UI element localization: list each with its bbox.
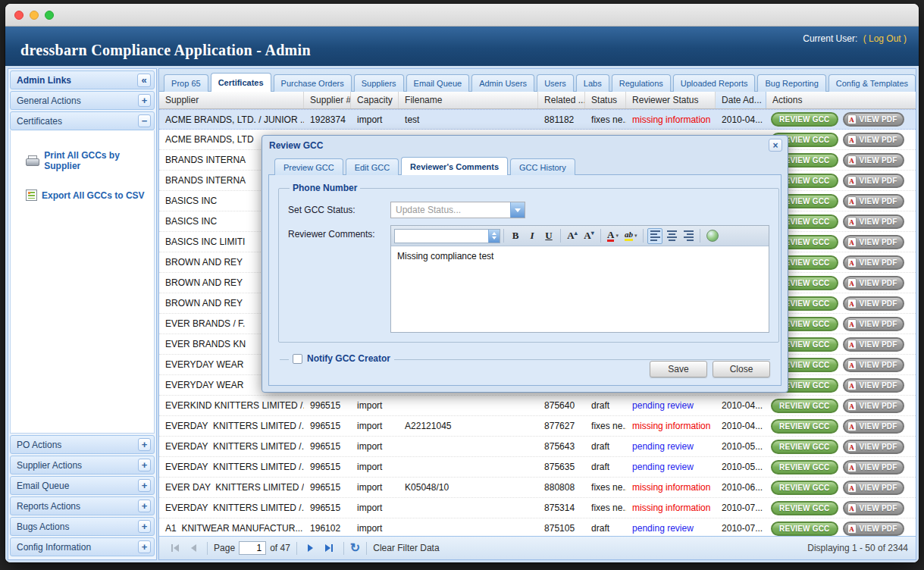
gcc-status-select[interactable]: Update Status... (390, 202, 525, 218)
underline-icon[interactable]: U (541, 228, 556, 244)
view-pdf-button[interactable]: VIEW PDF (843, 399, 905, 413)
sidebar-link-export-all-gccs-to-csv[interactable]: Export All GCCs to CSV (26, 189, 154, 201)
refresh-icon[interactable]: ↻ (350, 542, 360, 554)
tab-admin-users[interactable]: Admin Users (471, 74, 534, 92)
expand-panel-icon[interactable]: + (138, 459, 151, 471)
table-row[interactable]: EVERDAY KNITTERS LIMITED /...996515impor… (159, 498, 916, 518)
highlight-color-icon[interactable]: ab▾ (622, 228, 640, 244)
view-pdf-button[interactable]: VIEW PDF (843, 153, 905, 168)
next-page-button[interactable] (303, 540, 318, 556)
column-header-actions[interactable]: Actions (766, 92, 916, 108)
table-row[interactable]: EVERDAY KNITTERS LIMITED /...996515impor… (159, 437, 916, 457)
view-pdf-button[interactable]: VIEW PDF (843, 235, 905, 249)
tab-regulations[interactable]: Regulations (612, 74, 671, 92)
tab-labs[interactable]: Labs (576, 74, 609, 92)
column-header-filename[interactable]: Filename (399, 92, 538, 108)
font-color-icon[interactable]: A▾ (605, 228, 621, 244)
view-pdf-button[interactable]: VIEW PDF (843, 521, 905, 536)
view-pdf-button[interactable]: VIEW PDF (843, 358, 905, 372)
sidebar-panel-bugs-actions[interactable]: Bugs Actions+ (10, 517, 155, 536)
first-page-button[interactable] (167, 540, 182, 556)
sidebar-panel-config-information[interactable]: Config Information+ (10, 537, 155, 556)
table-row[interactable]: ACME BRANDS, LTD. / JUNIOR ...1928374imp… (159, 109, 916, 130)
sidebar-panel-supplier-actions[interactable]: Supplier Actions+ (10, 456, 155, 474)
italic-icon[interactable]: I (525, 228, 540, 244)
view-pdf-button[interactable]: VIEW PDF (843, 460, 905, 474)
table-row[interactable]: EVER DAY KNITTERS LIMITED /...996515impo… (159, 478, 916, 498)
review-gcc-button[interactable]: REVIEW GCC (771, 481, 838, 495)
review-gcc-button[interactable]: REVIEW GCC (771, 419, 838, 434)
shrink-font-icon[interactable]: A▾ (581, 228, 597, 244)
notify-gcc-creator-checkbox[interactable] (293, 354, 302, 364)
collapse-sidebar-icon[interactable]: « (137, 74, 151, 87)
bold-icon[interactable]: B (508, 228, 523, 244)
logout-link[interactable]: ( Log Out ) (863, 33, 907, 44)
sidebar-panel-email-queue[interactable]: Email Queue+ (10, 476, 155, 495)
table-row[interactable]: EVERDAY KNITTERS LIMITED /...996515impor… (159, 457, 916, 478)
modal-tab-reviewer-s-comments[interactable]: Reviewer's Comments (401, 157, 508, 175)
view-pdf-button[interactable]: VIEW PDF (843, 296, 905, 311)
view-pdf-button[interactable]: VIEW PDF (843, 194, 905, 208)
tab-prop-65[interactable]: Prop 65 (164, 74, 208, 92)
last-page-button[interactable] (322, 540, 337, 556)
zoom-window-button[interactable] (45, 11, 54, 20)
view-pdf-button[interactable]: VIEW PDF (843, 215, 905, 229)
review-gcc-button[interactable]: REVIEW GCC (771, 521, 838, 536)
view-pdf-button[interactable]: VIEW PDF (843, 133, 905, 147)
column-header-status[interactable]: Status (585, 92, 626, 108)
tab-uploaded-reports[interactable]: Uploaded Reports (673, 74, 756, 92)
sidebar-link-print-all-gccs-by-supplier[interactable]: Print All GCCs by Supplier (26, 150, 154, 171)
table-row[interactable]: A1 KNITWEAR MANUFACTUR...196102import875… (159, 518, 916, 536)
view-pdf-button[interactable]: VIEW PDF (843, 255, 905, 270)
view-pdf-button[interactable]: VIEW PDF (843, 481, 905, 495)
review-gcc-button[interactable]: REVIEW GCC (771, 501, 838, 515)
view-pdf-button[interactable]: VIEW PDF (843, 276, 905, 290)
table-row[interactable]: EVERKIND KNITTERS LIMITED /...996515impo… (159, 396, 916, 416)
tab-certificates[interactable]: Certificates (211, 73, 271, 92)
tab-suppliers[interactable]: Suppliers (354, 74, 404, 92)
font-family-select[interactable] (394, 229, 500, 243)
view-pdf-button[interactable]: VIEW PDF (843, 174, 905, 188)
reviewer-comments-textarea[interactable]: Missing compliance test (391, 246, 769, 332)
sidebar-panel-certificates[interactable]: Certificates− (10, 111, 155, 130)
table-row[interactable]: EVERDAY KNITTERS LIMITED /...996515impor… (159, 416, 916, 437)
tab-purchase-orders[interactable]: Purchase Orders (274, 74, 352, 92)
view-pdf-button[interactable]: VIEW PDF (843, 337, 905, 352)
review-gcc-button[interactable]: REVIEW GCC (771, 399, 838, 413)
view-pdf-button[interactable]: VIEW PDF (843, 112, 905, 127)
expand-panel-icon[interactable]: + (138, 438, 151, 451)
expand-panel-icon[interactable]: + (138, 500, 151, 512)
close-button[interactable]: Close (713, 361, 770, 377)
tab-users[interactable]: Users (537, 74, 574, 92)
minimize-window-button[interactable] (30, 11, 39, 20)
chevron-down-icon[interactable] (510, 202, 525, 218)
insert-link-icon[interactable] (704, 228, 721, 244)
page-number-input[interactable] (239, 541, 266, 555)
tab-email-queue[interactable]: Email Queue (406, 74, 470, 92)
sidebar-panel-po-actions[interactable]: PO Actions+ (10, 435, 155, 454)
view-pdf-button[interactable]: VIEW PDF (843, 378, 905, 393)
collapse-panel-icon[interactable]: − (138, 114, 151, 127)
column-header-supplier[interactable]: Supplier (159, 92, 304, 108)
view-pdf-button[interactable]: VIEW PDF (843, 419, 905, 434)
column-header-capacity[interactable]: Capacity (351, 92, 399, 108)
grow-font-icon[interactable]: A▴ (565, 228, 580, 244)
expand-panel-icon[interactable]: + (138, 540, 151, 553)
sidebar-panel-reports-actions[interactable]: Reports Actions+ (10, 496, 155, 515)
align-right-icon[interactable] (681, 228, 696, 244)
modal-tab-gcc-history[interactable]: GCC History (510, 158, 575, 175)
column-header-related[interactable]: Related ... (538, 92, 585, 108)
tab-bug-reporting[interactable]: Bug Reporting (757, 74, 825, 92)
expand-panel-icon[interactable]: + (138, 520, 151, 533)
column-header-supplier[interactable]: Supplier # (304, 92, 351, 108)
tab-config-templates[interactable]: Config & Templates (828, 74, 916, 92)
review-gcc-button[interactable]: REVIEW GCC (771, 440, 838, 454)
align-left-icon[interactable] (647, 228, 662, 244)
modal-tab-preview-gcc[interactable]: Preview GCC (274, 158, 343, 175)
close-icon[interactable]: × (769, 139, 782, 152)
prev-page-button[interactable] (186, 540, 201, 556)
column-header-date-ad[interactable]: Date Ad... (716, 92, 766, 108)
view-pdf-button[interactable]: VIEW PDF (843, 317, 905, 331)
review-gcc-button[interactable]: REVIEW GCC (771, 112, 838, 127)
save-button[interactable]: Save (650, 361, 707, 377)
